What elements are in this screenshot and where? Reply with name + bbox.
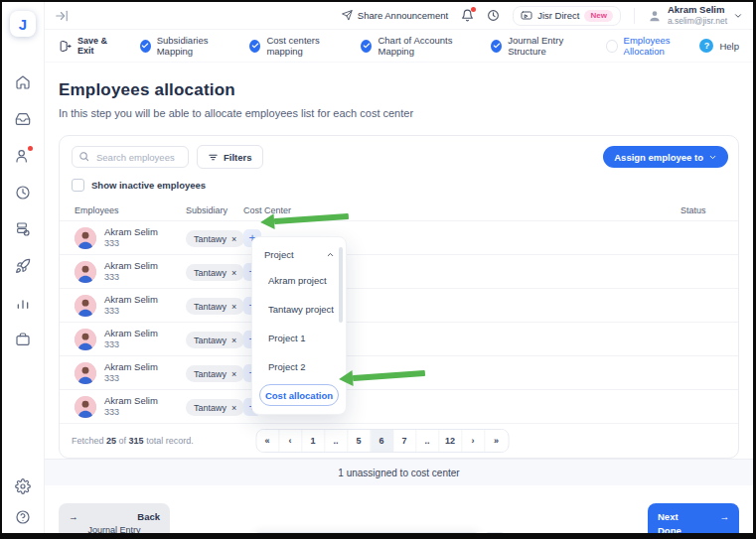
next-button[interactable]: Next → Done <box>648 503 739 539</box>
help-icon[interactable] <box>15 509 31 525</box>
save-exit-button[interactable]: Save & Exit <box>59 36 118 56</box>
chip-close-icon[interactable]: × <box>231 268 236 278</box>
user-menu[interactable]: Akram Selim a.selim@jisr.net <box>648 4 743 27</box>
step-label: Employees Allocation <box>624 35 700 57</box>
page-button[interactable]: › <box>462 430 485 452</box>
stepper-step[interactable]: Journal Entry Structure <box>491 35 590 57</box>
page-button[interactable]: 5 <box>348 430 371 452</box>
history-icon[interactable] <box>487 9 500 22</box>
user-email: a.selim@jisr.net <box>668 16 727 27</box>
page-button[interactable]: « <box>256 430 279 452</box>
employee-id: 333 <box>104 373 158 384</box>
chip-close-icon[interactable]: × <box>231 369 236 379</box>
user-icon <box>648 9 662 23</box>
column-header-subsidiary: Subsidiary <box>186 205 243 215</box>
main-area: Share Announcement Jisr Direct New <box>45 2 753 533</box>
page-button[interactable]: .. <box>416 430 439 452</box>
employee-id: 333 <box>104 306 158 317</box>
employee-cell: Akram Selim 333 <box>75 294 186 317</box>
collapse-sidebar-icon[interactable] <box>55 9 69 23</box>
chip-close-icon[interactable]: × <box>231 302 236 312</box>
page-button[interactable]: ‹ <box>279 430 302 452</box>
employees-card: Filters Assign employee to Show inactive… <box>59 135 739 459</box>
back-button[interactable]: → Back Journal Entry Structure <box>59 503 170 539</box>
jisr-logo[interactable]: J <box>10 11 36 37</box>
dropdown-group-header[interactable]: Project <box>252 246 346 266</box>
dropdown-options: Akram projectTantawy projectProject 1Pro… <box>252 266 346 381</box>
employee-name: Akram Selim <box>104 294 158 306</box>
pagination-row: Fetched 25 of 315 total record. «‹1..567… <box>60 423 738 458</box>
jisr-direct-label: Jisr Direct <box>537 10 579 21</box>
chip-close-icon[interactable]: × <box>231 336 236 345</box>
page-button[interactable]: 12 <box>439 430 462 452</box>
notification-dot <box>28 146 33 151</box>
back-step-label: Journal Entry Structure <box>69 525 160 539</box>
dropdown-group-label: Project <box>264 249 294 260</box>
subsidiary-cell: Tantawy × <box>186 330 243 349</box>
dropdown-option[interactable]: Project 2 <box>252 352 346 381</box>
page-title: Employees allocation <box>59 80 739 100</box>
stepper-step[interactable]: Cost centers mapping <box>249 35 345 57</box>
clock-icon[interactable] <box>15 185 31 201</box>
chip-close-icon[interactable]: × <box>231 234 236 244</box>
bell-icon[interactable] <box>461 9 474 22</box>
dropdown-scrollbar[interactable] <box>339 247 343 323</box>
divider <box>634 8 635 24</box>
filter-icon <box>208 152 219 163</box>
arrow-right-icon: → <box>69 511 78 522</box>
step-label: Journal Entry Structure <box>508 35 590 57</box>
subsidiary-cell: Tantawy × <box>186 228 243 248</box>
filters-button[interactable]: Filters <box>197 145 263 169</box>
cost-allocation-button[interactable]: Cost allocation <box>259 384 339 406</box>
rocket-icon[interactable] <box>15 258 31 274</box>
employee-name: Akram Selim <box>104 395 158 407</box>
chart-icon[interactable] <box>15 295 31 311</box>
assign-employee-button[interactable]: Assign employee to <box>603 146 728 168</box>
subsidiary-chip: Tantawy × <box>186 298 244 315</box>
employee-id: 333 <box>104 407 158 418</box>
page-button[interactable]: 1 <box>302 430 325 452</box>
employee-cell: Akram Selim 333 <box>75 395 186 418</box>
page-button[interactable]: 7 <box>393 430 416 452</box>
avatar <box>75 396 96 418</box>
finance-icon[interactable] <box>15 221 31 237</box>
briefcase-icon[interactable] <box>15 332 31 347</box>
subsidiary-chip-label: Tantawy <box>194 403 227 413</box>
stepper-step[interactable]: Subsidiaries Mapping <box>140 35 234 57</box>
stepper-step[interactable]: Employees Allocation <box>606 35 699 57</box>
help-button[interactable]: ? Help <box>699 39 739 53</box>
page-button[interactable]: .. <box>325 430 348 452</box>
column-header-status: Status <box>680 205 730 215</box>
table-body: Akram Selim 333 Tantawy × <box>60 220 738 423</box>
avatar <box>75 329 96 350</box>
subsidiary-chip-label: Tantawy <box>194 268 227 278</box>
step-check-icon <box>491 40 502 53</box>
chip-close-icon[interactable]: × <box>231 403 236 413</box>
page-button[interactable]: 6 <box>371 430 393 452</box>
employee-name: Akram Selim <box>104 361 158 373</box>
employee-id: 333 <box>104 339 158 350</box>
show-inactive-checkbox[interactable] <box>72 179 84 192</box>
subsidiary-cell: Tantawy × <box>186 296 243 316</box>
unassigned-status-bar: 1 unassigned to cost center <box>45 459 753 485</box>
avatar <box>75 261 96 283</box>
cost-center-dropdown: Project Akram projectTantawy projectProj… <box>251 236 347 415</box>
next-label: Next <box>658 511 679 522</box>
settings-icon[interactable] <box>15 478 31 494</box>
jisr-direct-button[interactable]: Jisr Direct New <box>513 6 621 26</box>
people-icon[interactable] <box>15 148 31 164</box>
table-row: Akram Selim 333 Tantawy × <box>60 389 738 423</box>
table-row: Akram Selim 333 Tantawy × <box>60 288 738 322</box>
home-icon[interactable] <box>15 74 31 90</box>
dropdown-option[interactable]: Akram project <box>252 266 346 295</box>
subsidiary-chip: Tantawy × <box>186 230 244 247</box>
page-button[interactable]: » <box>485 430 508 452</box>
employee-name: Akram Selim <box>104 328 158 339</box>
subsidiary-chip-label: Tantawy <box>194 369 227 379</box>
inbox-icon[interactable] <box>15 111 31 127</box>
dropdown-option[interactable]: Project 1 <box>252 324 346 352</box>
dropdown-option[interactable]: Tantawy project <box>252 295 346 324</box>
stepper-step[interactable]: Chart of Accounts Mapping <box>361 35 475 57</box>
monitor-icon <box>521 10 532 22</box>
share-announcement-button[interactable]: Share Announcement <box>342 10 448 21</box>
